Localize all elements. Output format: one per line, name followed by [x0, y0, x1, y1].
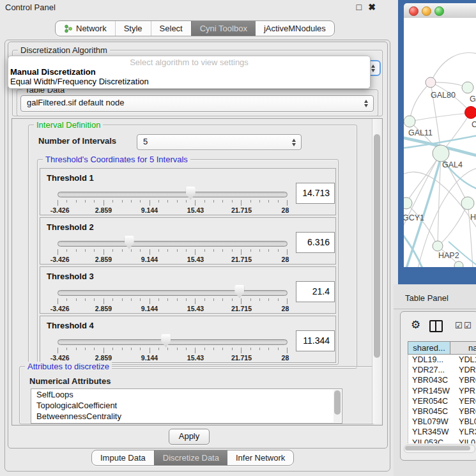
slider-ticks	[58, 249, 288, 255]
scrollbar-thumb[interactable]	[334, 390, 341, 415]
group-title: Threshold's Coordinates for 5 Intervals	[43, 155, 190, 164]
tab-jactivemnodules[interactable]: jActiveMNodules	[256, 21, 334, 36]
group-title: Discretization Algorithm	[18, 45, 110, 55]
settings-scrollbar[interactable]	[372, 119, 382, 424]
columns-icon[interactable]	[429, 320, 443, 332]
network-node[interactable]	[433, 145, 449, 162]
network-node[interactable]	[404, 116, 415, 127]
threshold-3-slider[interactable]: -3.426 2.859 9.144 15.43 21.715 28	[58, 285, 288, 312]
slider-handle[interactable]	[234, 285, 244, 298]
table-body[interactable]: YDL19...YDL1 YDR27...YDR2 YBR043CYBR0 YP…	[408, 355, 476, 443]
network-node[interactable]	[454, 261, 463, 267]
tab-select[interactable]: Select	[151, 21, 191, 36]
network-graph: GAL80 GA C GAL11 GAL4 GCY1 H HAP2	[404, 18, 476, 267]
threshold-4-panel: Threshold 4 -3.426 2.859 9.144 15.43 21.…	[40, 316, 336, 363]
table-horizontal-scrollbar[interactable]	[404, 445, 475, 453]
threshold-value-field[interactable]: 6.316	[296, 232, 335, 253]
list-scrollbar[interactable]	[334, 390, 341, 422]
close-light-icon[interactable]	[409, 6, 418, 16]
table-row[interactable]: YBR045CYBR0	[408, 406, 476, 417]
table-row[interactable]: YLR345WYLR3	[408, 427, 476, 437]
network-canvas[interactable]: GAL80 GA C GAL11 GAL4 GCY1 H HAP2	[404, 18, 476, 267]
network-node-label: C	[472, 120, 476, 129]
list-item[interactable]: TopologicalCoefficient	[31, 400, 342, 411]
table-row[interactable]: YDL19...YDL1	[408, 355, 476, 365]
combobox-value: galFiltered.sif default node	[27, 96, 360, 110]
checkbox-icon[interactable]: ☑	[464, 321, 472, 330]
table-row[interactable]: YDR27...YDR2	[408, 365, 476, 375]
threshold-value-field[interactable]: 21.4	[296, 281, 335, 302]
tab-impute-data[interactable]: Impute Data	[92, 450, 154, 465]
list-item[interactable]: SelfLoops	[31, 389, 342, 400]
slider-track[interactable]	[58, 192, 288, 197]
control-panel-tabbar: Network Style Select Cyni Toolbox jActiv…	[55, 20, 335, 36]
threshold-1-slider[interactable]: -3.426 2.859 9.144 15.43 21.715 28	[58, 187, 288, 213]
settings-icon[interactable]: ⚙	[411, 318, 420, 332]
slider-track[interactable]	[58, 290, 288, 296]
network-node-label: H	[470, 213, 476, 222]
cyni-bottom-tabbar: Impute Data Discretize Data Infer Networ…	[91, 450, 294, 466]
node-attribute-table: shared... na YDL19...YDL1 YDR27...YDR2 Y…	[408, 341, 476, 443]
network-node[interactable]	[462, 82, 473, 93]
tab-cyni-toolbox[interactable]: Cyni Toolbox	[191, 21, 256, 36]
table-row[interactable]: YER054CYER0	[408, 396, 476, 406]
dropdown-option-manual-discretization[interactable]: Manual Discretization	[10, 67, 96, 77]
slider-ticks	[58, 348, 288, 353]
table-data-combobox[interactable]: galFiltered.sif default node	[20, 95, 374, 112]
minimize-light-icon[interactable]	[422, 6, 431, 16]
slider-track[interactable]	[58, 241, 288, 247]
network-node-label: GAL4	[442, 160, 463, 169]
slider-handle[interactable]	[125, 236, 134, 249]
network-node[interactable]	[461, 197, 474, 210]
column-header-shared-name[interactable]: shared...	[408, 341, 450, 355]
zoom-light-icon[interactable]	[434, 6, 444, 16]
apply-button[interactable]: Apply	[169, 429, 210, 445]
control-panel-titlebar: Control Panel □ ✖	[0, 0, 395, 15]
slider-tick-labels: -3.426 2.859 9.144 15.43 21.715 28	[58, 256, 288, 263]
network-window-titlebar[interactable]	[404, 3, 476, 19]
network-node[interactable]	[426, 77, 436, 88]
slider-tick-labels: -3.426 2.859 9.144 15.43 21.715 28	[58, 206, 288, 213]
network-node-label: GA	[470, 95, 476, 104]
threshold-4-slider[interactable]: -3.426 2.859 9.144 15.43 21.715 28	[58, 334, 288, 361]
network-view-window: GAL80 GA C GAL11 GAL4 GCY1 H HAP2	[398, 0, 476, 284]
close-icon[interactable]: ✖	[368, 2, 376, 12]
control-panel-window: Control Panel □ ✖ Network Style Select C…	[0, 0, 395, 476]
screen: Control Panel □ ✖ Network Style Select C…	[0, 0, 476, 476]
slider-track[interactable]	[58, 339, 288, 345]
combobox-value: 5	[143, 135, 288, 149]
network-node[interactable]	[433, 241, 443, 251]
group-title: Attributes to discretize	[25, 362, 112, 371]
network-node-selected[interactable]	[465, 107, 476, 119]
tab-discretize-data[interactable]: Discretize Data	[154, 450, 227, 465]
table-row[interactable]: YPR145WYPR1	[408, 386, 476, 396]
threshold-1-panel: Threshold 1 -3.426 2.859 9.144 15.43 21.…	[40, 168, 336, 215]
scrollbar-thumb[interactable]	[374, 134, 380, 358]
slider-handle[interactable]	[161, 334, 171, 348]
dropdown-option-equal-width-frequency[interactable]: Equal Width/Frequency Discretization	[10, 77, 149, 86]
tab-style[interactable]: Style	[115, 21, 151, 36]
slider-handle[interactable]	[186, 187, 196, 200]
list-item[interactable]: BetweennessCentrality	[31, 411, 342, 422]
number-of-intervals-combobox[interactable]: 5	[137, 134, 302, 150]
checkbox-icon[interactable]: ☑	[455, 321, 463, 330]
table-row[interactable]: YBL079WYBL0	[408, 417, 476, 427]
column-header-name[interactable]: na	[450, 341, 476, 355]
numerical-attributes-label: Numerical Attributes	[29, 376, 111, 386]
tab-infer-network[interactable]: Infer Network	[227, 450, 293, 465]
threshold-value-field[interactable]: 14.713	[296, 183, 335, 204]
scrollbar-thumb[interactable]	[405, 446, 470, 450]
network-node-label: GCY1	[404, 213, 424, 222]
threshold-2-slider[interactable]: -3.426 2.859 9.144 15.43 21.715 28	[58, 236, 288, 263]
table-row[interactable]: YIL053CYIL0	[408, 438, 476, 444]
float-window-icon[interactable]: □	[357, 2, 362, 12]
number-of-intervals-label: Number of Intervals	[38, 136, 116, 146]
network-node[interactable]	[404, 197, 412, 209]
tab-label: Network	[76, 24, 107, 33]
network-icon	[64, 24, 73, 33]
numerical-attributes-list[interactable]: SelfLoops TopologicalCoefficient Between…	[31, 388, 342, 424]
table-row[interactable]: YBR043CYBR0	[408, 375, 476, 385]
panel-title: Control Panel	[5, 3, 56, 12]
threshold-value-field[interactable]: 11.344	[296, 330, 335, 351]
tab-network[interactable]: Network	[56, 21, 115, 36]
